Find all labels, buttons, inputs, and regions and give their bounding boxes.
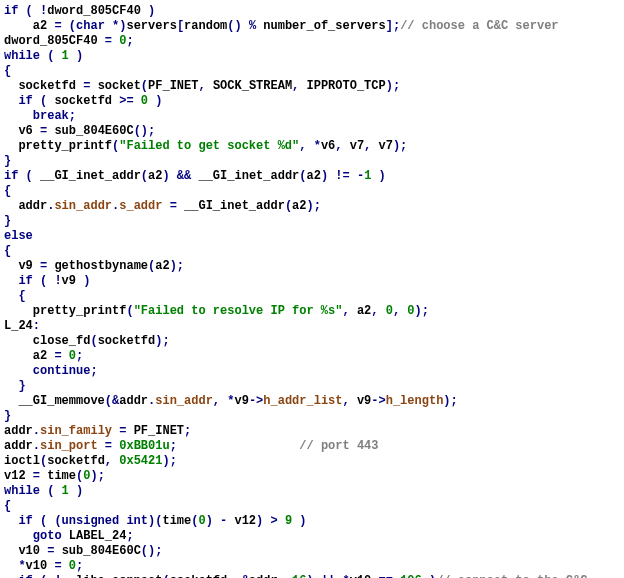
decompiled-code-block: if ( !dword_805CF40 ) a2 = (char *)serve… bbox=[4, 4, 620, 578]
